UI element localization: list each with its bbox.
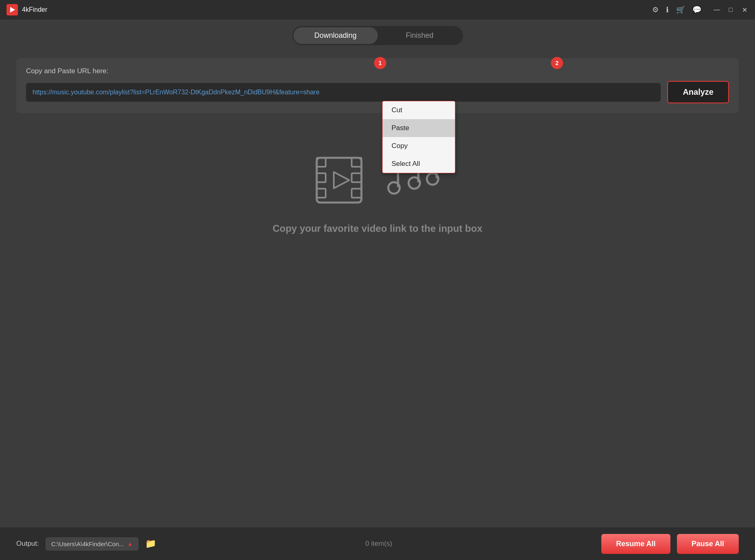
output-path-text: C:\Users\A\4kFinder\Con... — [51, 540, 124, 547]
output-path-arrow: ▲ — [127, 540, 133, 547]
svg-marker-7 — [334, 172, 349, 188]
footer: Output: C:\Users\A\4kFinder\Con... ▲ 📁 0… — [0, 527, 755, 560]
step-badge-2: 2 — [551, 57, 563, 69]
chat-icon[interactable]: 💬 — [692, 5, 701, 14]
cart-icon[interactable]: 🛒 — [676, 5, 685, 14]
output-label: Output: — [16, 540, 39, 548]
output-path[interactable]: C:\Users\A\4kFinder\Con... ▲ — [46, 537, 139, 551]
empty-state: Copy your favorite video link to the inp… — [16, 154, 739, 234]
context-menu-cut[interactable]: Cut — [383, 101, 455, 119]
tabbar: Downloading Finished — [0, 20, 755, 51]
items-count: 0 item(s) — [163, 540, 595, 548]
minimize-button[interactable]: — — [713, 6, 721, 14]
context-menu-copy[interactable]: Copy — [383, 137, 455, 155]
close-button[interactable]: ✕ — [740, 6, 748, 14]
titlebar-left: 4kFinder — [7, 4, 47, 15]
app-logo — [7, 4, 18, 15]
titlebar-right: ⚙ ℹ 🛒 💬 — □ ✕ — [652, 5, 748, 14]
app-title: 4kFinder — [22, 6, 47, 13]
step-badge-1: 1 — [374, 57, 386, 69]
info-icon[interactable]: ℹ — [666, 5, 669, 14]
resume-all-button[interactable]: Resume All — [601, 534, 670, 554]
svg-point-9 — [409, 177, 420, 189]
context-menu-paste[interactable]: Paste — [383, 119, 455, 137]
svg-rect-6 — [352, 189, 361, 198]
svg-point-8 — [388, 182, 400, 194]
pause-all-button[interactable]: Pause All — [677, 534, 739, 554]
empty-state-text: Copy your favorite video link to the inp… — [272, 223, 482, 234]
url-input[interactable] — [26, 83, 661, 102]
titlebar-controls: — □ ✕ — [713, 6, 748, 14]
analyze-button[interactable]: Analyze — [667, 81, 729, 103]
open-folder-button[interactable]: 📁 — [145, 538, 156, 549]
tab-finished[interactable]: Finished — [378, 27, 462, 44]
url-input-row: Analyze — [26, 81, 729, 103]
svg-point-10 — [427, 173, 438, 185]
context-menu: Cut Paste Copy Select All — [382, 101, 455, 173]
film-icon — [313, 154, 370, 207]
settings-icon[interactable]: ⚙ — [652, 5, 659, 14]
titlebar: 4kFinder ⚙ ℹ 🛒 💬 — □ ✕ — [0, 0, 755, 20]
svg-rect-3 — [317, 189, 326, 198]
context-menu-select-all[interactable]: Select All — [383, 155, 455, 173]
tab-downloading[interactable]: Downloading — [294, 27, 378, 44]
tab-container: Downloading Finished — [292, 26, 463, 45]
svg-rect-5 — [352, 173, 361, 182]
svg-rect-0 — [317, 158, 361, 203]
main-area: 1 2 Copy and Paste URL here: Analyze Cut… — [0, 51, 755, 234]
svg-rect-2 — [317, 173, 326, 182]
maximize-button[interactable]: □ — [727, 6, 735, 14]
